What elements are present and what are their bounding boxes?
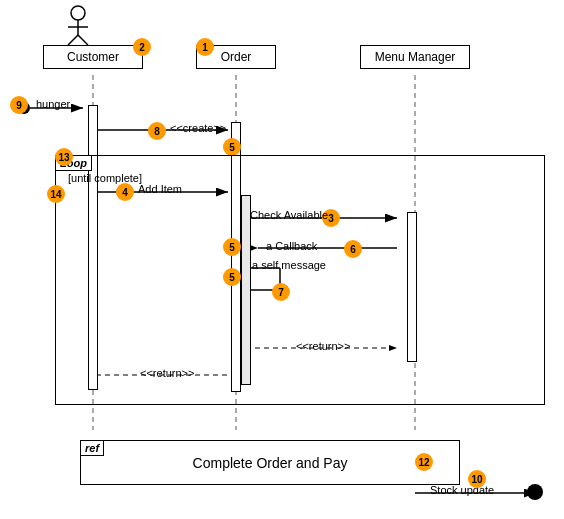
ref-frame: ref Complete Order and Pay <box>80 440 460 485</box>
menu-manager-activation <box>407 212 417 362</box>
badge-9: 9 <box>10 96 28 114</box>
loop-condition: [until complete] <box>68 172 142 184</box>
callback-label: a Callback <box>266 240 317 252</box>
badge-12: 12 <box>415 453 433 471</box>
order-activation-inner <box>241 195 251 385</box>
check-available-label: Check Available <box>250 209 328 221</box>
return2-label: <<return>> <box>140 367 194 379</box>
add-item-label: Add Item <box>138 183 182 195</box>
terminal-circle <box>527 484 543 500</box>
hunger-label: hunger <box>36 98 70 110</box>
badge-13: 13 <box>55 148 73 166</box>
menu-manager-label: Menu Manager <box>375 50 456 64</box>
badge-6: 6 <box>344 240 362 258</box>
badge-5a: 5 <box>223 138 241 156</box>
stock-update-label: Stock update <box>430 484 494 496</box>
diagram: Customer 2 Order 1 Menu Manager 9 hunger… <box>0 0 564 519</box>
badge-7: 7 <box>272 283 290 301</box>
customer-stick-figure <box>63 5 93 45</box>
svg-point-18 <box>71 6 85 20</box>
ref-label: ref <box>81 441 104 456</box>
self-message-label: a self message <box>252 259 326 271</box>
badge-10: 10 <box>468 470 486 488</box>
svg-line-22 <box>78 35 88 45</box>
badge-8: 8 <box>148 122 166 140</box>
menu-manager-box: Menu Manager <box>360 45 470 69</box>
badge-4: 4 <box>116 183 134 201</box>
customer-box: Customer <box>43 45 143 69</box>
customer-actor <box>63 5 93 48</box>
create-label: <<create>> <box>170 122 226 134</box>
customer-label: Customer <box>67 50 119 64</box>
order-label: Order <box>221 50 252 64</box>
return1-label: <<return>> <box>296 340 350 352</box>
badge-customer: 2 <box>133 38 151 56</box>
svg-line-21 <box>68 35 78 45</box>
badge-14: 14 <box>47 185 65 203</box>
badge-order: 1 <box>196 38 214 56</box>
ref-content: Complete Order and Pay <box>193 455 348 471</box>
